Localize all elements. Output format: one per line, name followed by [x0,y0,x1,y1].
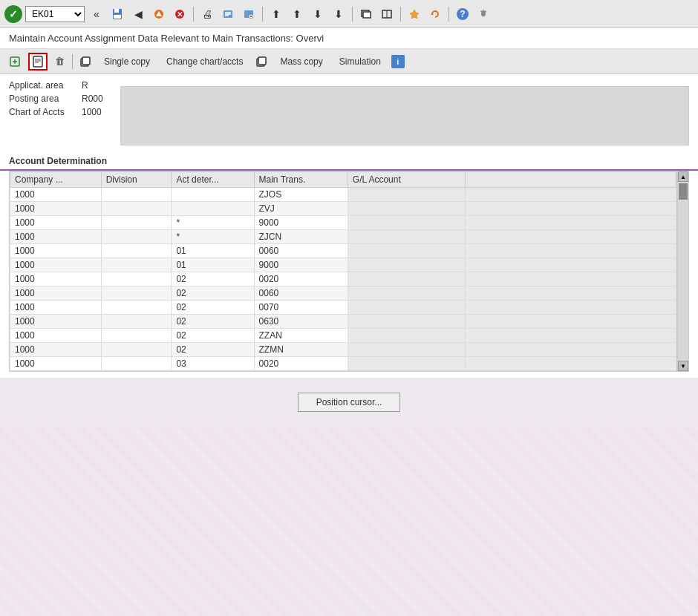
col-company-header: Company ... [10,172,102,188]
single-copy-label: Single copy [104,56,150,67]
simulation-label: Simulation [339,56,381,67]
refresh-button[interactable] [426,5,444,23]
table-row[interactable]: 1000020630 [10,315,676,329]
help-button[interactable]: ? [454,5,472,23]
table-row[interactable]: 1000020060 [10,286,676,301]
cell-9-0: 1000 [10,315,102,329]
cancel-button[interactable]: ✕ [171,5,189,23]
window2-button[interactable] [378,5,396,23]
applic-area-value: R [82,80,111,91]
section-header: Account Determination [0,151,698,171]
col-maintrans-header: Main Trans. [254,172,348,188]
cell-8-0: 1000 [10,301,102,315]
svg-marker-20 [431,13,434,15]
cell-6-4 [348,272,465,286]
save-button[interactable] [108,5,126,23]
table-row[interactable]: 1000010060 [10,244,676,258]
cell-5-2: 01 [172,258,254,272]
back-button[interactable]: « [88,5,105,23]
cell-2-0: 1000 [10,216,102,230]
cell-6-5 [465,272,676,286]
simulation-button[interactable]: Simulation [333,55,387,68]
table-row[interactable]: 1000019000 [10,258,676,272]
scrollbar[interactable]: ▲ ▼ [677,171,689,372]
find-more-button[interactable] [240,5,258,23]
cell-3-1 [101,230,172,244]
table-row[interactable]: 1000020020 [10,272,676,286]
bottom-area: Position cursor... [0,378,698,427]
table-row[interactable]: 1000ZJOS [10,188,676,202]
sep1 [193,7,194,22]
download-button[interactable]: ⬇ [309,5,327,23]
single-copy-button[interactable]: Single copy [98,55,156,68]
account-det-table: Company ... Division Act deter... Main T… [10,171,676,371]
cell-1-3: ZVJ [254,202,348,216]
table-row[interactable]: 1000020070 [10,301,676,315]
table-row[interactable]: 100002ZZAN [10,329,676,343]
top-toolbar: ✓ EK01 EK02 EK03 « ◀ ✕ 🖨 [0,0,698,28]
sep4 [400,7,401,22]
cell-3-4 [348,230,465,244]
find-button[interactable] [219,5,237,23]
table-row[interactable]: 1000030020 [10,357,676,371]
scroll-thumb[interactable] [679,183,688,200]
download2-button[interactable]: ⬇ [330,5,348,23]
bookmark-button[interactable] [405,5,423,23]
table-row[interactable]: 1000*9000 [10,216,676,230]
cell-3-5 [465,230,676,244]
cell-11-4 [348,343,465,357]
col-extra-header [465,172,676,188]
scroll-down-button[interactable]: ▼ [678,361,688,371]
scroll-up-button[interactable]: ▲ [678,171,688,182]
svg-rect-1 [114,9,119,13]
delete-button[interactable]: 🗑 [52,54,68,68]
cell-3-3: ZJCN [254,230,348,244]
cell-0-0: 1000 [10,188,102,202]
cell-0-3: ZJOS [254,188,348,202]
settings-button[interactable] [474,5,492,23]
confirm-button[interactable]: ✓ [4,5,22,23]
cell-8-1 [101,301,172,315]
cell-12-5 [465,357,676,371]
cell-9-1 [101,315,172,329]
cell-1-5 [465,202,676,216]
print-button[interactable]: 🖨 [198,5,216,23]
edit-button[interactable] [6,54,24,69]
new-doc-button[interactable] [28,53,48,71]
cell-8-5 [465,301,676,315]
cell-8-4 [348,301,465,315]
upload-button[interactable]: ⬆ [267,5,285,23]
cell-2-5 [465,216,676,230]
svg-rect-2 [114,15,121,19]
cell-4-2: 01 [172,244,254,258]
position-cursor-button[interactable]: Position cursor... [298,393,401,412]
info-button[interactable]: i [391,55,405,68]
system-selector[interactable]: EK01 EK02 EK03 [25,6,85,22]
table-row[interactable]: 100002ZZMN [10,343,676,357]
cell-0-5 [465,188,676,202]
table-row[interactable]: 1000ZVJ [10,202,676,216]
cell-9-5 [465,315,676,329]
mass-copy-button[interactable]: Mass copy [274,55,328,68]
cell-11-5 [465,343,676,357]
cell-7-5 [465,286,676,301]
upload2-button[interactable]: ⬆ [288,5,306,23]
table-row[interactable]: 1000*ZJCN [10,230,676,244]
page-title-bar: Maintain Account Assignment Data Relevan… [0,28,698,151]
change-chart-button[interactable]: Change chart/accts [160,55,249,68]
cell-11-0: 1000 [10,343,102,357]
cell-2-2: * [172,216,254,230]
posting-area-label: Posting area [9,94,76,104]
cell-2-1 [101,216,172,230]
cell-10-2: 02 [172,329,254,343]
page-title: Maintain Account Assignment Data Relevan… [9,33,324,44]
mass-copy-icon-button[interactable] [253,55,270,68]
window1-button[interactable] [357,5,375,23]
form-fields: Applicat. area R Posting area R000 Chart… [9,80,111,145]
prev-button[interactable]: ◀ [129,5,147,23]
cell-9-3: 0630 [254,315,348,329]
copy-icon-button[interactable] [77,55,94,68]
up-button[interactable] [150,5,168,23]
col-glaccount-header: G/L Account [348,172,465,188]
cell-6-3: 0020 [254,272,348,286]
